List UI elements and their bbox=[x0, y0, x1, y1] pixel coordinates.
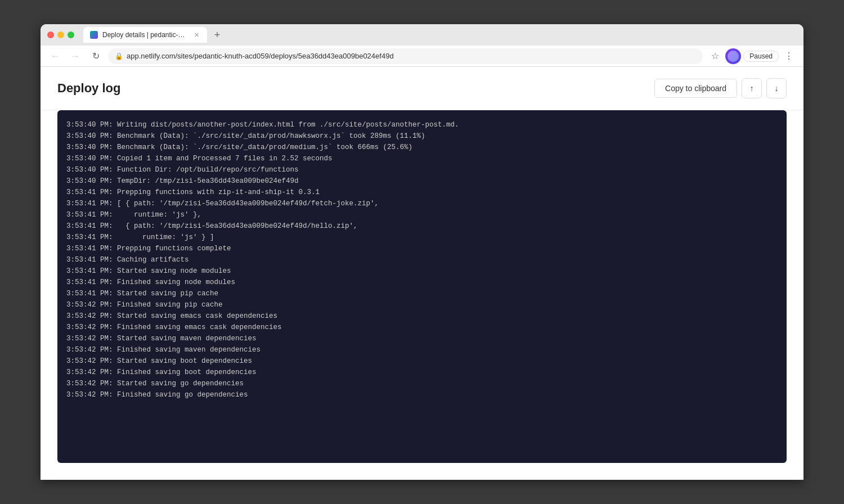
page-content: Deploy log Copy to clipboard ↑ ↓ 3:53:40… bbox=[41, 67, 803, 480]
tab-title: Deploy details | pedantic-knut... bbox=[102, 31, 188, 39]
browser-window: Deploy details | pedantic-knut... ✕ + ← … bbox=[41, 24, 803, 480]
paused-badge[interactable]: Paused bbox=[743, 51, 779, 62]
log-line: 3:53:41 PM: Prepping functions with zip-… bbox=[66, 187, 778, 198]
tab-close-button[interactable]: ✕ bbox=[192, 31, 200, 39]
deploy-header: Deploy log Copy to clipboard ↑ ↓ bbox=[41, 67, 803, 110]
log-line: 3:53:40 PM: Writing dist/posts/another-p… bbox=[66, 119, 778, 130]
log-line: 3:53:41 PM: [ { path: '/tmp/zisi-5ea36dd… bbox=[66, 198, 778, 209]
log-line: 3:53:42 PM: Finished saving maven depend… bbox=[66, 344, 778, 356]
log-line: 3:53:40 PM: Benchmark (Data): `./src/sit… bbox=[66, 130, 778, 142]
lock-icon: 🔒 bbox=[115, 52, 123, 60]
log-line: 3:53:40 PM: Function Dir: /opt/build/rep… bbox=[66, 164, 778, 176]
back-button[interactable]: ← bbox=[47, 48, 63, 64]
log-line: 3:53:41 PM: Prepping functions complete bbox=[66, 243, 778, 254]
address-bar: ← → ↻ 🔒 app.netlify.com/sites/pedantic-k… bbox=[41, 46, 803, 67]
log-line: 3:53:42 PM: Started saving emacs cask de… bbox=[66, 310, 778, 322]
log-line: 3:53:41 PM: runtime: 'js' }, bbox=[66, 209, 778, 220]
log-line: 3:53:41 PM: runtime: 'js' } ] bbox=[66, 232, 778, 243]
bookmark-button[interactable]: ☆ bbox=[707, 48, 723, 64]
new-tab-button[interactable]: + bbox=[209, 27, 225, 43]
log-container[interactable]: 3:53:40 PM: Writing dist/posts/another-p… bbox=[57, 110, 787, 463]
log-line: 3:53:41 PM: Started saving pip cache bbox=[66, 288, 778, 299]
scroll-up-button[interactable]: ↑ bbox=[742, 78, 762, 98]
page-title: Deploy log bbox=[57, 81, 120, 96]
log-line: 3:53:41 PM: Finished saving node modules bbox=[66, 277, 778, 288]
traffic-lights bbox=[47, 32, 74, 38]
paused-label: Paused bbox=[749, 52, 773, 60]
log-line: 3:53:41 PM: Started saving node modules bbox=[66, 266, 778, 277]
log-line: 3:53:42 PM: Finished saving boot depende… bbox=[66, 367, 778, 378]
log-line: 3:53:40 PM: Copied 1 item and Processed … bbox=[66, 153, 778, 164]
log-line: 3:53:42 PM: Finished saving go dependenc… bbox=[66, 389, 778, 400]
reload-button[interactable]: ↻ bbox=[88, 48, 104, 64]
active-tab[interactable]: Deploy details | pedantic-knut... ✕ bbox=[83, 27, 207, 43]
log-line: 3:53:40 PM: TempDir: /tmp/zisi-5ea36dd43… bbox=[66, 176, 778, 187]
url-bar[interactable]: 🔒 app.netlify.com/sites/pedantic-knuth-a… bbox=[108, 48, 703, 64]
maximize-traffic-light[interactable] bbox=[68, 32, 74, 38]
url-text: app.netlify.com/sites/pedantic-knuth-acd… bbox=[127, 52, 696, 60]
copy-to-clipboard-button[interactable]: Copy to clipboard bbox=[654, 79, 737, 98]
log-line: 3:53:42 PM: Started saving boot dependen… bbox=[66, 356, 778, 367]
header-actions: Copy to clipboard ↑ ↓ bbox=[654, 78, 787, 98]
address-bar-actions: ☆ Paused ⋮ bbox=[707, 48, 797, 64]
title-bar: Deploy details | pedantic-knut... ✕ + bbox=[41, 24, 803, 46]
log-line: 3:53:42 PM: Finished saving pip cache bbox=[66, 299, 778, 310]
log-line: 3:53:42 PM: Started saving go dependenci… bbox=[66, 378, 778, 389]
log-line: 3:53:40 PM: Benchmark (Data): `./src/sit… bbox=[66, 142, 778, 153]
tab-favicon-icon bbox=[90, 31, 98, 39]
scroll-down-button[interactable]: ↓ bbox=[766, 78, 787, 98]
close-traffic-light[interactable] bbox=[47, 32, 54, 38]
log-line: 3:53:41 PM: Caching artifacts bbox=[66, 254, 778, 266]
minimize-traffic-light[interactable] bbox=[57, 32, 64, 38]
profile-avatar bbox=[728, 51, 739, 62]
log-line: 3:53:42 PM: Started saving maven depende… bbox=[66, 333, 778, 344]
profile-button[interactable] bbox=[725, 48, 741, 64]
log-line: 3:53:42 PM: Finished saving emacs cask d… bbox=[66, 322, 778, 333]
log-line: 3:53:41 PM: { path: '/tmp/zisi-5ea36dd43… bbox=[66, 220, 778, 232]
forward-button[interactable]: → bbox=[68, 48, 83, 64]
tab-bar: Deploy details | pedantic-knut... ✕ + bbox=[83, 27, 797, 43]
more-options-button[interactable]: ⋮ bbox=[781, 48, 797, 64]
